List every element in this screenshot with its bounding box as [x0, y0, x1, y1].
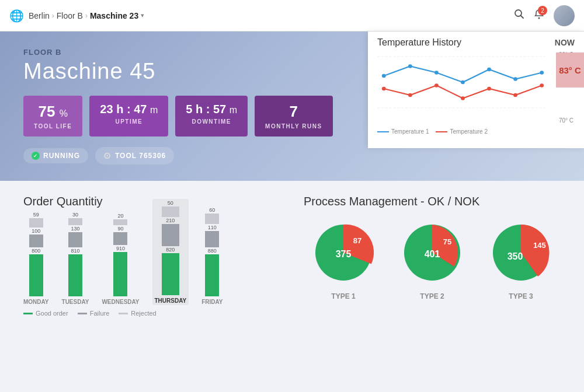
bar-chart-legend: Good order Failure Rejected [23, 310, 280, 317]
pie-type3: 350 145 TYPE 3 [486, 218, 556, 300]
bar-rejected [29, 218, 43, 228]
breadcrumb-berlin[interactable]: Berlin [29, 11, 50, 20]
bar-thursday: 50 210 820 THURSDAY [152, 199, 189, 305]
dropdown-arrow-icon[interactable]: ▾ [141, 12, 144, 19]
tool-badge: ⊙ TOOL 765306 [95, 147, 174, 164]
type3-label: TYPE 3 [509, 292, 533, 300]
bar-rejected [205, 214, 219, 224]
breadcrumb-arrow-2: › [85, 12, 88, 20]
bar-good [68, 254, 82, 296]
hero-section: FLOOR B Maschine 45 75 % TOOL LIFE 23 h … [0, 32, 584, 181]
process-chart-title: Process Management - OK / NOK [304, 195, 561, 208]
day-monday: MONDAY [23, 299, 49, 305]
bar-friday: 60 110 880 FRIDAY [201, 207, 223, 305]
svg-text:75: 75 [443, 237, 451, 246]
day-tuesday: TUESDAY [62, 299, 89, 305]
tool-life-label: TOOL LIFE [34, 123, 72, 130]
svg-point-13 [408, 93, 412, 97]
pie-chart-type3: 350 145 [486, 218, 556, 288]
legend-failure: Failure [78, 310, 110, 317]
legend-rejected-color [119, 313, 128, 314]
temp-legend: Temperature 1 Temperature 2 [368, 126, 584, 137]
bar-rejected [68, 218, 82, 225]
search-button[interactable] [514, 9, 524, 22]
uptime-value: 23 h : 47 m [100, 103, 158, 116]
main-content: Order Quantitiy 59 100 800 MONDAY 30 [0, 181, 584, 392]
top-navigation: 🌐 Berlin › Floor B › Maschine 23 ▾ 2 [0, 0, 584, 32]
stat-downtime: 5 h : 57 m DOWNTIME [175, 96, 248, 136]
legend-failure-color [78, 313, 87, 314]
type2-label: TYPE 2 [420, 292, 444, 300]
svg-line-1 [521, 16, 524, 19]
bar-failure [68, 232, 82, 247]
pie-charts-row: 375 87 TYPE 1 401 75 TYPE 2 [304, 218, 561, 300]
running-badge: RUNNING [23, 148, 88, 163]
legend-temp1: Temperature 1 [377, 128, 429, 135]
svg-point-6 [408, 64, 412, 68]
monthly-runs-label: MONTHLY RUNS [265, 123, 322, 130]
day-friday: FRIDAY [201, 299, 223, 305]
notification-button[interactable]: 2 [534, 9, 544, 22]
legend-dot-red [436, 131, 447, 132]
tool-life-value: 75 % [34, 103, 72, 121]
avatar[interactable] [554, 5, 575, 26]
pie-type1: 375 87 TYPE 1 [308, 218, 378, 300]
bar-friday-stack: 60 110 880 [205, 207, 219, 296]
stat-monthly-runs: 7 MONTHLY RUNS [255, 96, 332, 136]
running-indicator [32, 152, 40, 160]
day-wednesday: WEDNESDAY [102, 299, 139, 305]
downtime-value: 5 h : 57 m [186, 103, 237, 116]
bar-monday: 59 100 800 MONDAY [23, 212, 49, 305]
pie-type2: 401 75 TYPE 2 [397, 218, 467, 300]
legend-failure-label: Failure [90, 310, 110, 317]
legend-temp2-label: Temperature 2 [450, 128, 487, 135]
legend-good-color [23, 313, 33, 314]
breadcrumb-arrow-1: › [52, 12, 54, 20]
legend-dot-blue [377, 131, 389, 132]
stat-tool-life: 75 % TOOL LIFE [23, 96, 82, 136]
temp-line-chart [377, 50, 575, 114]
legend-temp1-label: Temperature 1 [391, 128, 429, 135]
svg-point-17 [513, 93, 517, 97]
bar-good [162, 253, 179, 295]
badges-row: RUNNING ⊙ TOOL 765306 [23, 147, 561, 164]
svg-point-14 [434, 83, 439, 88]
bar-good [29, 254, 43, 296]
svg-text:401: 401 [425, 249, 440, 259]
svg-text:350: 350 [507, 251, 523, 261]
link-icon: ⊙ [103, 150, 112, 161]
legend-good-order: Good order [23, 310, 68, 317]
svg-point-7 [434, 71, 439, 75]
downtime-label: DOWNTIME [186, 118, 237, 125]
breadcrumb-machine[interactable]: Maschine 23 [90, 11, 138, 20]
temp-current-badge: 83° C [556, 52, 584, 88]
process-management-section: Process Management - OK / NOK 375 87 TYP… [304, 195, 561, 392]
bar-failure [205, 231, 219, 247]
bar-tuesday-stack: 30 130 810 [68, 212, 82, 296]
temperature-chart-card: Temperature History NOW 90° C [368, 32, 584, 148]
legend-good-label: Good order [36, 310, 68, 317]
bar-good [113, 252, 127, 296]
svg-point-5 [382, 74, 386, 78]
svg-text:375: 375 [336, 249, 352, 259]
bar-rejected [113, 219, 127, 225]
bar-wednesday-stack: 20 90 910 [113, 213, 127, 296]
legend-rejected: Rejected [119, 310, 156, 317]
bar-failure [162, 224, 179, 246]
running-label: RUNNING [43, 152, 80, 160]
temp-y-bottom: 70° C [559, 117, 573, 124]
bar-failure [113, 232, 127, 245]
pie-chart-type1: 375 87 [308, 218, 378, 288]
temp-now-label: NOW [555, 38, 575, 47]
svg-point-8 [461, 80, 465, 85]
temp-current-value: 83° C [559, 65, 581, 75]
svg-text:87: 87 [353, 236, 361, 245]
breadcrumb-floor[interactable]: Floor B [57, 11, 83, 20]
order-quantity-section: Order Quantitiy 59 100 800 MONDAY 30 [23, 195, 280, 392]
temp-chart-title: Temperature History [377, 37, 461, 48]
stat-uptime: 23 h : 47 m UPTIME [89, 96, 168, 136]
bar-failure [29, 235, 43, 247]
svg-point-15 [461, 96, 465, 100]
svg-point-2 [538, 18, 540, 19]
legend-temp2: Temperature 2 [436, 128, 487, 135]
